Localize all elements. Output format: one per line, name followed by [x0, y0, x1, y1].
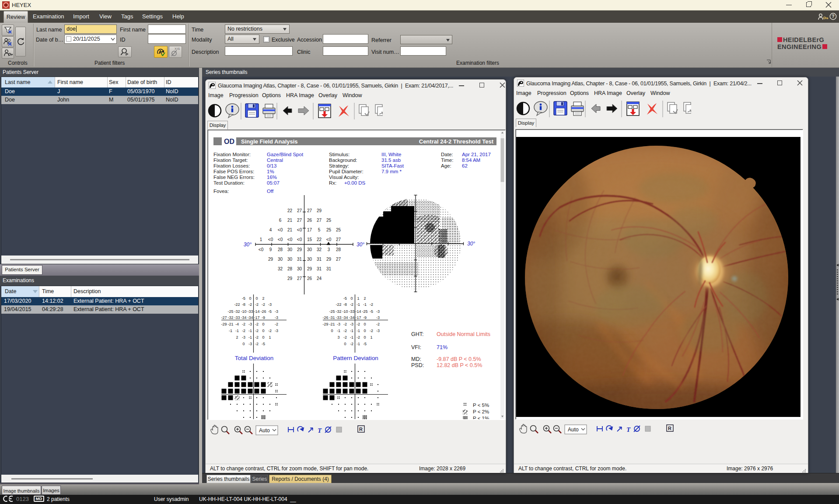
svg-text:P < 5%: P < 5% [473, 402, 489, 408]
svg-text:-2: -2 [255, 322, 259, 326]
svg-text:-26: -26 [260, 309, 266, 314]
svg-text:0: 0 [350, 296, 353, 301]
svg-text:25: 25 [326, 228, 332, 232]
svg-text:Stimulus:: Stimulus: [329, 152, 350, 157]
svg-text:27: 27 [297, 276, 302, 281]
svg-text:-22: -22 [336, 302, 341, 307]
svg-text:-2: -2 [255, 329, 259, 333]
svg-text:1: 1 [260, 237, 262, 242]
svg-text:22: 22 [287, 208, 293, 213]
svg-text:A: A [159, 49, 162, 55]
svg-text:-5: -5 [242, 296, 245, 301]
svg-text:0: 0 [262, 335, 264, 340]
svg-text:-2: -2 [255, 335, 259, 340]
svg-text:<0: <0 [297, 237, 302, 242]
svg-text:25: 25 [336, 228, 341, 232]
svg-text:29: 29 [307, 266, 312, 271]
svg-text:-34: -34 [247, 315, 253, 320]
svg-text:1: 1 [370, 335, 372, 340]
svg-text:Single Field Analysis: Single Field Analysis [241, 138, 298, 145]
svg-text:-3: -3 [275, 309, 278, 314]
svg-text:27: 27 [317, 218, 322, 223]
svg-text:12.82 dB P < 0.5%: 12.82 dB P < 0.5% [437, 362, 482, 368]
svg-text:26: 26 [307, 218, 312, 223]
svg-text:-1: -1 [229, 329, 232, 333]
svg-text:1: 1 [357, 296, 359, 301]
svg-text:-9: -9 [262, 315, 265, 320]
svg-text:III, White: III, White [381, 152, 401, 157]
svg-text:30: 30 [287, 247, 293, 252]
svg-text:Auto: Auto [259, 427, 270, 434]
svg-text:-3: -3 [248, 342, 252, 346]
svg-text:-9: -9 [363, 315, 367, 320]
svg-text:-2: -2 [242, 322, 245, 326]
svg-text:<0: <0 [268, 237, 273, 242]
svg-text:0: 0 [331, 329, 333, 333]
svg-text:VFI:: VFI: [411, 344, 421, 350]
svg-text:-27: -27 [221, 315, 227, 320]
svg-text:4: 4 [269, 228, 272, 232]
svg-text:-9.87 dB P < 0.5%: -9.87 dB P < 0.5% [437, 356, 481, 362]
svg-text:-14: -14 [355, 309, 361, 314]
svg-text:31.5 asb: 31.5 asb [381, 158, 401, 163]
svg-text:Pattern Deviation: Pattern Deviation [333, 355, 378, 361]
svg-text:-2: -2 [343, 335, 347, 340]
svg-text:0: 0 [364, 322, 366, 326]
svg-text:-34: -34 [241, 315, 246, 320]
svg-text:<0: <0 [278, 237, 283, 242]
svg-text:27: 27 [336, 257, 341, 262]
svg-text:-2: -2 [343, 329, 347, 333]
svg-text:-25: -25 [362, 309, 367, 314]
svg-text:9: 9 [269, 247, 272, 252]
svg-text:7.9 mm *: 7.9 mm * [381, 169, 402, 174]
svg-text:-3: -3 [376, 315, 380, 320]
svg-text:-33: -33 [234, 315, 240, 320]
svg-text:29: 29 [326, 257, 332, 262]
svg-text:62: 62 [462, 163, 468, 168]
svg-text:P < 2%: P < 2% [473, 409, 489, 414]
svg-text:T: T [626, 426, 631, 433]
svg-text:29: 29 [268, 257, 273, 262]
svg-text:2: 2 [364, 296, 366, 301]
svg-text:-2: -2 [357, 335, 360, 340]
svg-text:-3: -3 [275, 329, 278, 333]
svg-text:-34: -34 [342, 315, 348, 320]
svg-text:<0: <0 [326, 237, 332, 242]
svg-text:1%: 1% [267, 169, 274, 174]
svg-text:-5: -5 [370, 309, 373, 314]
svg-text:Gaze/Blind Spot: Gaze/Blind Spot [267, 152, 304, 157]
svg-text:-2: -2 [357, 322, 360, 326]
svg-text:-3: -3 [248, 322, 252, 326]
svg-text:-2: -2 [255, 342, 259, 346]
svg-text:PSD:: PSD: [411, 362, 424, 368]
svg-text:R: R [359, 427, 363, 432]
svg-text:-26: -26 [322, 315, 328, 320]
svg-text:15: 15 [307, 237, 312, 242]
svg-text:<0: <0 [287, 237, 293, 242]
svg-text:6: 6 [279, 218, 282, 223]
svg-text:Test Duration:: Test Duration: [213, 180, 245, 186]
svg-text:32: 32 [278, 266, 283, 271]
svg-text:-29: -29 [221, 322, 227, 326]
svg-text:3: 3 [328, 247, 330, 252]
svg-text:31: 31 [297, 257, 302, 262]
svg-text:Pupil Diameter:: Pupil Diameter: [329, 169, 364, 174]
svg-text:0/13: 0/13 [267, 163, 276, 168]
svg-text:-34: -34 [349, 315, 354, 320]
svg-text:-2: -2 [242, 329, 245, 333]
svg-text:+0.00 DS: +0.00 DS [344, 180, 366, 186]
svg-text:-2: -2 [350, 302, 353, 307]
svg-text:27: 27 [336, 237, 341, 242]
svg-text:-1: -1 [235, 329, 239, 333]
svg-text:-2: -2 [370, 329, 373, 333]
svg-text:Off: Off [267, 189, 274, 194]
svg-text:-33: -33 [247, 309, 253, 314]
svg-text:Rx:: Rx: [329, 180, 336, 186]
svg-text:30: 30 [307, 257, 312, 262]
svg-text:17: 17 [307, 228, 312, 232]
svg-text:22: 22 [317, 237, 322, 242]
svg-text:30°: 30° [244, 242, 252, 248]
svg-text:-3: -3 [275, 315, 278, 320]
svg-text:-10: -10 [342, 309, 348, 314]
svg-text:False POS Errors:: False POS Errors: [213, 169, 254, 174]
